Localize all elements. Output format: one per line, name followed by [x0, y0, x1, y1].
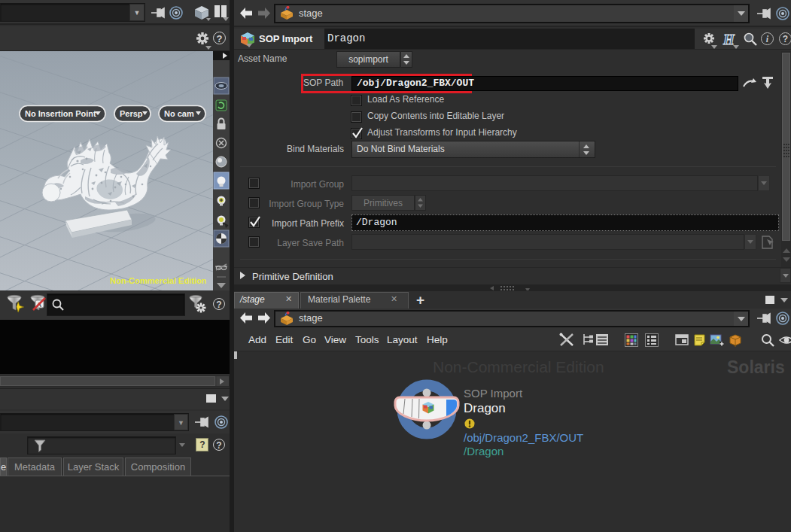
svg-text:Non-Commercial Edition: Non-Commercial Edition — [110, 276, 207, 285]
svg-text:Persp: Persp — [120, 109, 143, 118]
svg-text:No Insertion Point: No Insertion Point — [25, 109, 96, 118]
svg-text:H: H — [723, 32, 735, 47]
svg-text:No cam: No cam — [164, 109, 194, 118]
